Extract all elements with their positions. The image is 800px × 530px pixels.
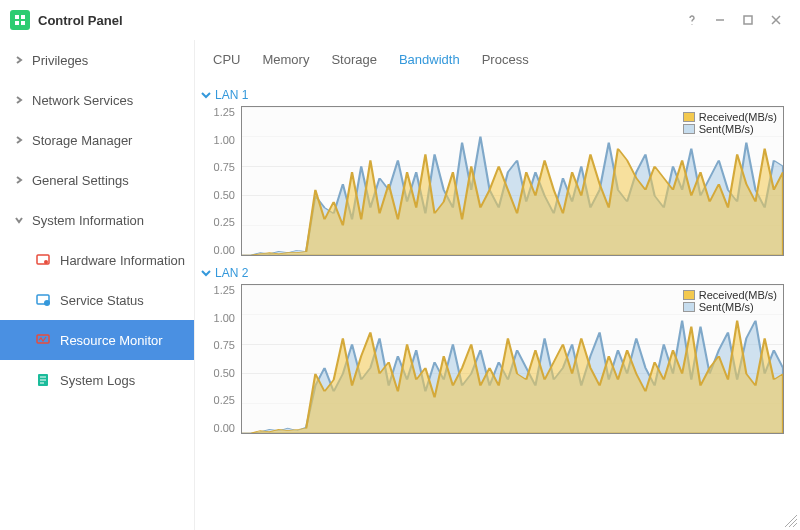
tab-cpu[interactable]: CPU [211,48,242,77]
sidebar-item-network-services[interactable]: Network Services [0,80,194,120]
sidebar-item-label: Storage Manager [32,133,132,148]
chart-lan2: Received(MB/s) Sent(MB/s) [241,284,784,434]
chart-lan1: Received(MB/s) Sent(MB/s) [241,106,784,256]
charts-container: LAN 1 1.25 1.00 0.75 0.50 0.25 0.00 R [195,78,800,530]
tab-memory[interactable]: Memory [260,48,311,77]
swatch-received [683,290,695,300]
swatch-received [683,112,695,122]
maximize-button[interactable] [734,6,762,34]
y-tick: 0.75 [214,339,235,351]
svg-rect-0 [15,15,19,19]
svg-rect-3 [21,21,25,25]
window-title: Control Panel [38,13,123,28]
section-label: LAN 2 [215,266,248,280]
sidebar-item-privileges[interactable]: Privileges [0,40,194,80]
y-tick: 0.00 [214,244,235,256]
legend-sent: Sent(MB/s) [699,301,754,313]
sidebar-sub-hardware-information[interactable]: Hardware Information [0,240,194,280]
chevron-right-icon [12,176,26,184]
y-tick: 0.25 [214,394,235,406]
close-button[interactable] [762,6,790,34]
svg-point-8 [44,300,50,306]
tab-bandwidth[interactable]: Bandwidth [397,48,462,77]
chevron-down-icon [201,268,211,278]
sidebar-item-label: General Settings [32,173,129,188]
svg-rect-1 [21,15,25,19]
svg-point-6 [44,260,48,264]
y-axis-lan2: 1.25 1.00 0.75 0.50 0.25 0.00 [201,284,241,434]
logs-icon [34,371,52,389]
tab-storage[interactable]: Storage [329,48,379,77]
sidebar-sub-resource-monitor[interactable]: Resource Monitor [0,320,194,360]
sidebar-sub-label: Service Status [60,293,144,308]
y-tick: 0.50 [214,367,235,379]
svg-rect-4 [744,16,752,24]
help-button[interactable] [678,6,706,34]
y-tick: 1.25 [214,284,235,296]
chart-section-lan1: LAN 1 1.25 1.00 0.75 0.50 0.25 0.00 R [201,88,784,256]
section-toggle-lan2[interactable]: LAN 2 [201,266,784,280]
sidebar-item-general-settings[interactable]: General Settings [0,160,194,200]
legend-sent: Sent(MB/s) [699,123,754,135]
sidebar-item-system-information[interactable]: System Information [0,200,194,240]
section-label: LAN 1 [215,88,248,102]
y-axis-lan1: 1.25 1.00 0.75 0.50 0.25 0.00 [201,106,241,256]
svg-rect-2 [15,21,19,25]
y-tick: 1.00 [214,134,235,146]
monitor-icon [34,331,52,349]
legend-received: Received(MB/s) [699,289,777,301]
sidebar-sub-system-logs[interactable]: System Logs [0,360,194,400]
chevron-down-icon [12,216,26,224]
y-tick: 0.50 [214,189,235,201]
sidebar-item-label: Network Services [32,93,133,108]
sidebar-item-label: Privileges [32,53,88,68]
swatch-sent [683,302,695,312]
sidebar-sub-label: Resource Monitor [60,333,163,348]
y-tick: 0.75 [214,161,235,173]
sidebar: Privileges Network Services Storage Mana… [0,40,195,530]
chevron-right-icon [12,136,26,144]
minimize-button[interactable] [706,6,734,34]
resize-handle[interactable] [784,514,798,528]
tab-process[interactable]: Process [480,48,531,77]
app-icon [10,10,30,30]
chevron-down-icon [201,90,211,100]
y-tick: 0.25 [214,216,235,228]
content-pane: CPU Memory Storage Bandwidth Process LAN… [195,40,800,530]
y-tick: 1.25 [214,106,235,118]
legend: Received(MB/s) Sent(MB/s) [683,111,777,135]
sidebar-sub-service-status[interactable]: Service Status [0,280,194,320]
tabs: CPU Memory Storage Bandwidth Process [195,40,800,78]
chevron-right-icon [12,56,26,64]
chart-section-lan2: LAN 2 1.25 1.00 0.75 0.50 0.25 0.00 R [201,266,784,434]
sidebar-sub-label: System Logs [60,373,135,388]
y-tick: 0.00 [214,422,235,434]
legend: Received(MB/s) Sent(MB/s) [683,289,777,313]
swatch-sent [683,124,695,134]
y-tick: 1.00 [214,312,235,324]
sidebar-item-label: System Information [32,213,144,228]
section-toggle-lan1[interactable]: LAN 1 [201,88,784,102]
legend-received: Received(MB/s) [699,111,777,123]
chevron-right-icon [12,96,26,104]
sidebar-item-storage-manager[interactable]: Storage Manager [0,120,194,160]
service-icon [34,291,52,309]
titlebar: Control Panel [0,0,800,40]
hardware-icon [34,251,52,269]
sidebar-sub-label: Hardware Information [60,253,185,268]
